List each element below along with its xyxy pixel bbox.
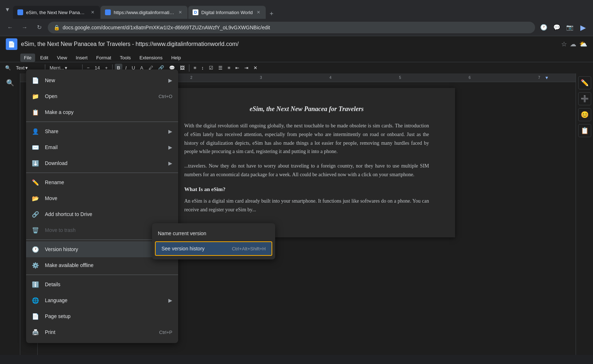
menu-item-offline[interactable]: ⚙️ Make available offline: [26, 257, 178, 273]
menu-item-new[interactable]: 📄 New ▶: [26, 72, 178, 88]
menu-item-email-label: Email: [45, 144, 163, 150]
tab-2-icon: [105, 9, 111, 15]
menu-item-email[interactable]: ✉️ Email ▶: [26, 139, 178, 155]
menu-file[interactable]: File: [20, 54, 35, 62]
menu-format[interactable]: Format: [93, 54, 115, 62]
download-icon: ⬇️: [32, 160, 39, 167]
comment-icon[interactable]: 💬: [551, 22, 563, 33]
menu-item-details-label: Details: [45, 282, 172, 287]
search-button[interactable]: 🔍: [3, 64, 13, 72]
rename-icon: ✏️: [32, 179, 39, 186]
tab-2[interactable]: https://www.digitalinformation... ✕: [101, 6, 188, 19]
tab-1[interactable]: eSim, the Next New Panacea fo... ✕: [13, 6, 100, 19]
menu-tools[interactable]: Tools: [116, 54, 134, 62]
tab-bar: eSim, the Next New Panacea fo... ✕ https…: [13, 0, 590, 19]
menu-item-download-arrow: ▶: [168, 160, 172, 166]
cloud-icon[interactable]: ☁: [570, 40, 576, 48]
tab-2-close[interactable]: ✕: [177, 9, 183, 15]
menu-item-move[interactable]: 📂 Move: [26, 190, 178, 206]
file-menu-dropdown: 📄 New ▶ 📁 Open Ctrl+O 📋 Make a copy 👤 Sh…: [26, 69, 178, 343]
email-icon: ✉️: [32, 144, 39, 151]
details-icon: ℹ️: [32, 281, 39, 288]
version-see-history-item[interactable]: See version history Ctrl+Alt+Shift+H: [155, 241, 272, 256]
share-icon: 👤: [32, 128, 39, 135]
version-name-item[interactable]: Name current version: [152, 226, 275, 241]
address-field[interactable]: 🔒 docs.google.com/document/d/1x8atnPmXKw…: [48, 22, 535, 33]
menu-edit[interactable]: Edit: [37, 54, 52, 62]
numbered-list-button[interactable]: ≡: [226, 64, 233, 72]
right-emoji-icon[interactable]: 😊: [578, 108, 591, 121]
bullet-list-button[interactable]: ☰: [216, 64, 225, 72]
sidebar-search-icon[interactable]: 🔍: [4, 76, 17, 89]
version-history-shortcut: Ctrl+Alt+Shift+H: [232, 246, 266, 251]
line-spacing-button[interactable]: ↕: [199, 64, 206, 72]
menu-item-rename[interactable]: ✏️ Rename: [26, 174, 178, 190]
increase-indent-button[interactable]: ⇥: [242, 64, 251, 72]
browser-toolbar-right: 🕐 💬 📷 ▶: [538, 22, 589, 33]
new-tab-button[interactable]: +: [266, 9, 277, 19]
menu-help[interactable]: Help: [168, 54, 185, 62]
language-icon: 🌐: [32, 297, 39, 304]
trash-icon: 🗑️: [32, 227, 39, 234]
document-body[interactable]: With the digital revolution still ongoin…: [184, 122, 429, 214]
menu-item-email-arrow: ▶: [168, 144, 172, 150]
tab-3[interactable]: D Digital Information World ✕: [188, 6, 266, 19]
forward-button[interactable]: →: [19, 22, 30, 33]
history-icon[interactable]: 🕐: [538, 22, 550, 33]
star-icon[interactable]: ☆: [561, 40, 567, 48]
doc-paragraph-1: With the digital revolution still ongoin…: [184, 122, 429, 156]
right-edit-icon[interactable]: ✏️: [578, 76, 591, 89]
menu-extensions[interactable]: Extensions: [136, 54, 166, 62]
menu-item-download[interactable]: ⬇️ Download ▶: [26, 155, 178, 171]
menu-item-language[interactable]: 🌐 Language ▶: [26, 292, 178, 308]
tab-3-close[interactable]: ✕: [256, 9, 261, 15]
right-task-icon[interactable]: 📋: [578, 124, 591, 137]
docs-logo: 📄: [6, 38, 17, 50]
lock-icon: 🔒: [54, 25, 60, 30]
window-control-back[interactable]: ▾: [3, 5, 12, 14]
browser-chrome: ▾ eSim, the Next New Panacea fo... ✕ htt…: [0, 0, 593, 19]
menu-item-history-label: Version history: [45, 246, 163, 252]
extensions-icon[interactable]: ▶: [577, 22, 589, 33]
docs-app-bar: 📄 eSim, the Next New Panacea for Travele…: [0, 36, 593, 52]
cloud-check-icon[interactable]: ⛅: [579, 40, 587, 48]
docs-title-actions: ☆ ☁ ⛅: [561, 40, 587, 48]
move-icon: 📂: [32, 195, 39, 202]
address-bar-row: ← → ↻ 🔒 docs.google.com/document/d/1x8at…: [0, 19, 593, 36]
tab-1-title: eSim, the Next New Panacea fo...: [26, 10, 87, 15]
menu-item-make-copy[interactable]: 📋 Make a copy: [26, 104, 178, 120]
menu-item-download-label: Download: [45, 160, 163, 166]
menu-item-rename-label: Rename: [45, 179, 172, 185]
video-icon[interactable]: 📷: [564, 22, 576, 33]
tab-1-icon: [17, 9, 23, 15]
checklist-button[interactable]: ☑: [207, 64, 215, 72]
menu-item-language-label: Language: [45, 297, 163, 303]
right-indent-marker: ▼: [544, 75, 549, 80]
version-name-label: Name current version: [158, 230, 269, 236]
menu-insert[interactable]: Insert: [72, 54, 91, 62]
right-add-icon[interactable]: ➕: [578, 92, 591, 105]
menu-item-add-shortcut[interactable]: 🔗 Add shortcut to Drive: [26, 206, 178, 222]
refresh-button[interactable]: ↻: [33, 22, 45, 33]
menu-item-page-setup[interactable]: 📄 Page setup: [26, 308, 178, 324]
menu-item-print[interactable]: 🖨️ Print Ctrl+P: [26, 324, 178, 340]
menu-item-print-label: Print: [45, 329, 153, 335]
menu-item-share[interactable]: 👤 Share ▶: [26, 123, 178, 139]
menu-item-open-shortcut: Ctrl+O: [159, 94, 172, 99]
back-button[interactable]: ←: [4, 22, 16, 33]
menu-item-open[interactable]: 📁 Open Ctrl+O: [26, 88, 178, 104]
align-button[interactable]: ≡: [192, 64, 199, 72]
tab-1-close[interactable]: ✕: [90, 9, 96, 15]
print-icon: 🖨️: [32, 329, 39, 336]
menu-item-language-arrow: ▶: [168, 297, 172, 303]
doc-paragraph-2: ...travelers. Now they do not have to wo…: [184, 162, 429, 179]
decrease-indent-button[interactable]: ⇤: [233, 64, 241, 72]
history-icon-menu: 🕐: [32, 246, 39, 253]
menu-item-details[interactable]: ℹ️ Details: [26, 276, 178, 292]
document-title: eSim, the Next New Panacea for Travelers: [184, 105, 429, 113]
clear-format-button[interactable]: ✕: [251, 64, 260, 72]
tab-3-icon: D: [193, 9, 198, 15]
image-button[interactable]: 🖼: [178, 64, 187, 72]
menu-view[interactable]: View: [53, 54, 71, 62]
menu-item-open-label: Open: [45, 93, 153, 99]
